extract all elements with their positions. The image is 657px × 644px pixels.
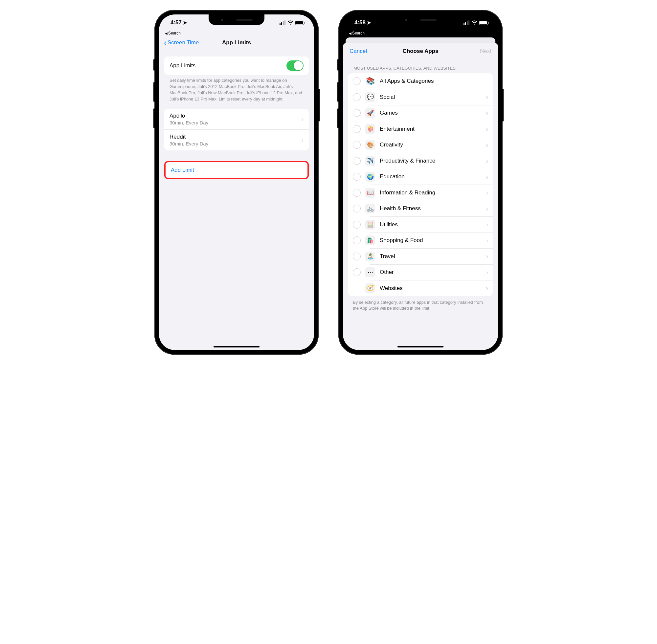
category-label: Creativity [380, 141, 481, 148]
chevron-right-icon: › [301, 115, 303, 123]
chevron-right-icon: › [486, 157, 488, 164]
chevron-right-icon: › [486, 141, 488, 149]
chevron-right-icon: › [486, 237, 488, 244]
games-icon: 🚀 [365, 108, 375, 118]
education-icon: 🌍 [365, 172, 375, 182]
category-row-social[interactable]: 💬Social› [348, 89, 493, 105]
side-button [337, 82, 339, 102]
add-limit-button[interactable]: Add Limit [164, 161, 309, 179]
category-row-creativity[interactable]: 🎨Creativity› [348, 137, 493, 153]
radio-unselected[interactable] [353, 205, 361, 212]
category-row-travel[interactable]: 🏝️Travel› [348, 249, 493, 264]
all-icon: 📚 [365, 76, 375, 86]
category-label: Information & Reading [380, 189, 481, 196]
category-row-info[interactable]: 📖Information & Reading› [348, 185, 493, 201]
limit-row-reddit[interactable]: Reddit30min, Every Day› [164, 130, 309, 151]
social-icon: 💬 [365, 92, 375, 102]
category-row-entertainment[interactable]: 🍿Entertainment› [348, 121, 493, 137]
limit-detail: 30min, Every Day [169, 120, 301, 125]
app-limits-toggle[interactable] [287, 61, 303, 71]
description-text: Set daily time limits for app categories… [164, 75, 309, 109]
category-label: Shopping & Food [380, 237, 481, 244]
websites-icon: 🧭 [365, 283, 375, 293]
back-arrow-icon: ◀ [165, 31, 167, 35]
creativity-icon: 🎨 [365, 140, 375, 150]
radio-unselected[interactable] [353, 77, 361, 85]
cancel-button[interactable]: Cancel [349, 48, 367, 54]
limit-name: Apollo [169, 113, 301, 119]
chevron-right-icon: › [301, 136, 303, 144]
radio-unselected[interactable] [353, 268, 361, 276]
radio-unselected[interactable] [353, 189, 361, 197]
nav-bar: ‹ Screen Time App Limits [159, 36, 314, 50]
category-row-shopping[interactable]: 🛍️Shopping & Food› [348, 232, 493, 248]
category-row-education[interactable]: 🌍Education› [348, 169, 493, 185]
productivity-icon: ✈️ [365, 156, 375, 166]
chevron-right-icon: › [486, 173, 488, 181]
info-icon: 📖 [365, 188, 375, 198]
side-button [153, 82, 155, 102]
category-label: Websites [380, 285, 481, 292]
category-row-utilities[interactable]: 🧮Utilities› [348, 217, 493, 232]
location-arrow-icon: ➤ [183, 20, 187, 26]
category-row-websites[interactable]: 🧭Websites› [348, 280, 493, 296]
category-label: Other [380, 269, 481, 276]
next-button[interactable]: Next [480, 48, 492, 54]
category-label: Entertainment [380, 126, 481, 132]
radio-unselected[interactable] [353, 93, 361, 101]
side-button [502, 89, 504, 121]
travel-icon: 🏝️ [365, 252, 375, 261]
notch [209, 15, 265, 25]
signal-icon [279, 20, 286, 25]
limit-name: Reddit [169, 134, 301, 140]
other-icon: ⋯ [365, 267, 375, 277]
battery-icon [295, 21, 304, 25]
footer-text: By selecting a category, all future apps… [343, 296, 498, 315]
radio-unselected[interactable] [353, 236, 361, 244]
radio-unselected[interactable] [353, 173, 361, 181]
category-label: Health & Fitness [380, 205, 481, 212]
side-button [337, 59, 339, 71]
category-label: Travel [380, 253, 481, 260]
chevron-right-icon: › [486, 284, 488, 292]
toggle-label: App Limits [169, 62, 287, 69]
category-label: Utilities [380, 221, 481, 228]
home-indicator[interactable] [213, 346, 259, 347]
category-row-games[interactable]: 🚀Games› [348, 105, 493, 121]
limit-detail: 30min, Every Day [169, 141, 301, 146]
category-row-all[interactable]: 📚All Apps & Categories [348, 73, 493, 89]
chevron-right-icon: › [486, 189, 488, 197]
category-label: Games [380, 110, 481, 116]
side-button [337, 108, 339, 128]
app-limits-toggle-row: App Limits [164, 56, 309, 75]
section-header: MOST USED APPS, CATEGORIES, AND WEBSITES [343, 58, 498, 73]
category-label: Social [380, 94, 481, 100]
radio-unselected[interactable] [353, 221, 361, 229]
wifi-icon [288, 20, 293, 25]
modal-sheet: Cancel Choose Apps Next MOST USED APPS, … [343, 43, 498, 350]
home-indicator[interactable] [398, 346, 444, 347]
health-icon: 🚲 [365, 204, 375, 213]
breadcrumb[interactable]: ◀ Search [159, 31, 314, 36]
category-row-health[interactable]: 🚲Health & Fitness› [348, 201, 493, 216]
radio-unselected[interactable] [353, 157, 361, 165]
side-button [153, 59, 155, 71]
chevron-right-icon: › [486, 253, 488, 260]
chevron-right-icon: › [486, 93, 488, 101]
radio-unselected[interactable] [353, 141, 361, 149]
radio-unselected[interactable] [353, 109, 361, 117]
phone-right: 4:58 ➤ ◀ Search Cancel Choose Apps Next … [338, 10, 503, 355]
limit-row-apollo[interactable]: Apollo30min, Every Day› [164, 109, 309, 130]
back-button[interactable]: ‹ Screen Time [164, 40, 199, 46]
utilities-icon: 🧮 [365, 220, 375, 230]
chevron-right-icon: › [486, 221, 488, 228]
phone-left: 4:57 ➤ ◀ Search ‹ Screen Time App Limits [154, 10, 319, 355]
notch [392, 15, 448, 25]
radio-unselected[interactable] [353, 253, 361, 260]
status-time: 4:57 [171, 19, 182, 26]
chevron-right-icon: › [486, 269, 488, 276]
category-row-productivity[interactable]: ✈️Productivity & Finance› [348, 153, 493, 169]
radio-unselected[interactable] [353, 125, 361, 133]
category-row-other[interactable]: ⋯Other› [348, 264, 493, 280]
entertainment-icon: 🍿 [365, 124, 375, 134]
